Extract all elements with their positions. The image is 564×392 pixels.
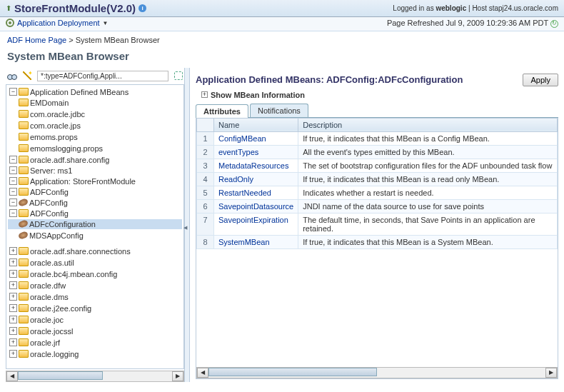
path-input[interactable]: *:type=ADFConfig,Appli... [37,71,168,81]
col-name[interactable]: Name [214,118,298,131]
table-row[interactable]: 2eventTypesAll the event's types emitted… [197,145,558,159]
chevron-down-icon[interactable]: ▼ [103,20,109,26]
folder-icon [19,144,29,152]
expand-icon[interactable]: + [9,350,17,358]
expand-icon[interactable]: + [9,316,17,323]
tree-item[interactable]: oracle.adf.share.config [30,156,109,164]
tree-item[interactable]: oracle.dfw [30,281,66,290]
table-row[interactable]: 6SavepointDatasourceJNDI name of the dat… [197,199,558,213]
scroll-left-icon[interactable]: ◀ [6,371,18,381]
host-label: Host [472,4,487,12]
tree-hscroll[interactable]: ◀ ▶ [6,371,184,382]
host-value: stapj24.us.oracle.com [489,4,558,12]
tree-item[interactable]: ADFConfig [30,209,69,218]
tree-item[interactable]: oracle.as.util [30,258,74,267]
tab-notifications[interactable]: Notifications [250,104,308,117]
expand-icon[interactable]: + [9,293,17,301]
table-row[interactable]: 7SavepointExpirationThe default time, in… [197,213,558,235]
tree-item[interactable]: oracle.jrf [30,338,60,347]
tree-item[interactable]: oracle.adf.share.connections [30,247,131,256]
right-panel: Application Defined MBeans: ADFConfig:AD… [190,68,564,382]
attr-link[interactable]: SystemMBean [218,238,270,246]
collapse-icon[interactable]: − [9,198,17,206]
tree-item[interactable]: oracle.logging [30,350,79,358]
tree-item[interactable]: ADFConfig [29,198,68,207]
collapse-icon[interactable]: − [9,166,17,174]
row-num: 2 [197,145,214,159]
tree-item[interactable]: oracle.dms [30,293,69,301]
folder-icon [19,133,29,141]
refresh-icon[interactable] [174,71,183,80]
up-arrow-icon[interactable]: ⬆ [6,4,11,12]
mbean-title: Application Defined MBeans: ADFConfig:AD… [196,74,463,85]
expand-icon[interactable]: + [9,247,17,255]
info-icon[interactable]: i [139,4,146,12]
expand-icon[interactable]: + [9,304,17,312]
target-icon [6,19,14,27]
folder-icon [19,258,29,266]
collapse-icon[interactable]: − [9,156,17,164]
deployment-menu[interactable]: Application Deployment [17,19,100,27]
breadcrumb-home[interactable]: ADF Home Page [7,36,66,44]
tree-item[interactable]: Server: ms1 [30,166,72,175]
attr-link[interactable]: MetadataResources [218,161,288,170]
refresh-icon[interactable]: ↻ [550,20,558,28]
wand-icon[interactable] [23,71,31,80]
mbean-tree[interactable]: −Application Defined MBeans EMDomain com… [6,84,184,369]
tree-item[interactable]: emomslogging.props [30,144,103,153]
tree-root[interactable]: Application Defined MBeans [30,88,129,96]
tree-item[interactable]: oracle.joc [30,316,64,324]
expand-icon[interactable]: + [9,338,17,346]
login-label: Logged in as [393,4,433,12]
folder-icon [19,247,29,255]
row-num: 1 [197,131,214,145]
tree-item-selected[interactable]: ADFcConfiguration [8,219,182,229]
folder-icon [19,110,29,118]
scroll-right-icon[interactable]: ▶ [172,371,183,381]
show-mbean-info[interactable]: + Show MBean Information [196,89,558,104]
table-row[interactable]: 1ConfigMBeanIf true, it indicates that t… [197,131,558,145]
tree-item[interactable]: oracle.j2ee.config [30,304,91,313]
bean-icon [18,231,29,240]
expand-icon[interactable]: + [201,91,208,98]
attr-link[interactable]: SavepointDatasource [218,202,293,211]
scroll-left-icon[interactable]: ◀ [197,368,208,378]
folder-icon [19,327,29,335]
collapse-icon[interactable]: − [9,188,17,196]
collapse-icon[interactable]: − [9,177,17,185]
expand-icon[interactable]: + [9,258,17,266]
attr-link[interactable]: ReadOnly [218,175,253,184]
table-row[interactable]: 3MetadataResourcesThe set of bootstrap c… [197,159,558,172]
table-row[interactable]: 5RestartNeededIndicates whether a restar… [197,186,558,199]
table-row[interactable]: 4ReadOnlyIf true, it indicates that this… [197,172,558,186]
scroll-right-icon[interactable]: ▶ [545,368,557,378]
tree-item[interactable]: MDSAppConfig [29,231,84,240]
tree-item[interactable]: Application: StoreFrontModule [30,177,136,186]
folder-icon [19,209,29,217]
tree-item[interactable]: emoms.props [30,133,78,141]
table-hscroll[interactable]: ◀ ▶ [196,367,558,378]
apply-button[interactable]: Apply [523,74,558,86]
tree-item[interactable]: oracle.bc4j.mbean.config [30,270,117,278]
attr-link[interactable]: ConfigMBean [218,134,266,143]
breadcrumb: ADF Home Page > System MBean Browser [0,31,564,49]
expand-icon[interactable]: + [9,270,17,278]
collapse-icon[interactable]: − [9,88,17,96]
binoculars-icon[interactable] [7,71,17,80]
tree-item[interactable]: EMDomain [30,99,69,107]
collapse-icon[interactable]: − [9,209,17,217]
attr-link[interactable]: SavepointExpiration [218,216,288,224]
page-title: System MBean Browser [0,49,564,68]
attr-link[interactable]: RestartNeeded [218,189,271,197]
tree-item[interactable]: com.oracle.jps [30,121,81,130]
expand-icon[interactable]: + [9,281,17,289]
tree-item[interactable]: oracle.jocssl [30,327,74,336]
tab-attributes[interactable]: Attributes [196,104,248,118]
table-row[interactable]: 8SystemMBeanIf true, it indicates that t… [197,235,558,248]
tree-item[interactable]: com.oracle.jdbc [30,110,85,119]
expand-icon[interactable]: + [9,327,17,335]
attr-link[interactable]: eventTypes [218,148,258,156]
tree-item[interactable]: ADFConfig [30,188,69,196]
splitter[interactable] [184,68,190,382]
col-desc[interactable]: Description [298,118,558,131]
